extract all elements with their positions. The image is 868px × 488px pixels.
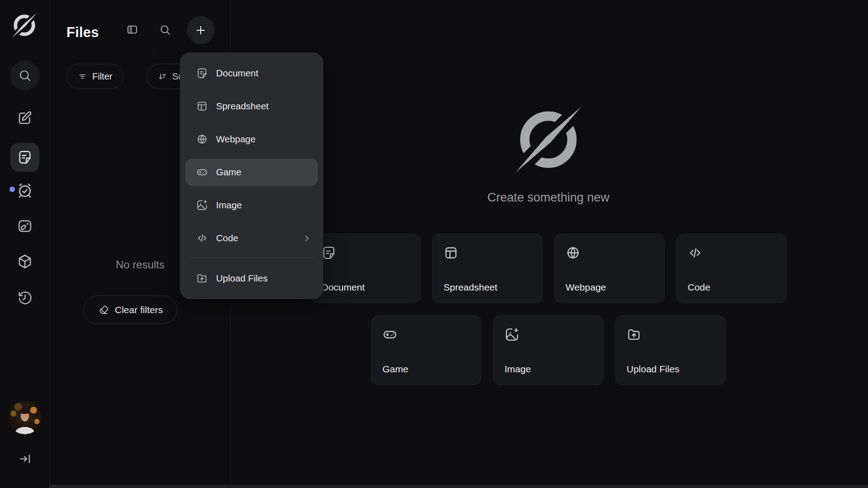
card-label: Spreadsheet <box>443 282 531 293</box>
card-label: Code <box>688 282 775 293</box>
panel-icon <box>126 23 138 36</box>
sort-descending-icon <box>158 72 167 81</box>
card-label: Upload Files <box>627 364 714 375</box>
image-plus-icon <box>505 327 519 342</box>
gamepad-icon <box>196 166 208 178</box>
menu-item-label: Image <box>216 200 242 211</box>
filter-lines-icon <box>78 72 87 81</box>
search-icon <box>159 24 171 36</box>
menu-item-webpage[interactable]: Webpage <box>185 126 318 153</box>
code-icon <box>688 245 703 260</box>
filter-button-label: Filter <box>92 71 112 82</box>
document-icon <box>321 245 336 260</box>
card-label: Game <box>382 364 470 375</box>
menu-item-label: Code <box>216 233 238 244</box>
user-avatar[interactable] <box>8 401 42 434</box>
sidebar-compose-button[interactable] <box>16 109 33 127</box>
create-dropdown-menu: Document Spreadsheet Webpage Game Image … <box>180 52 323 299</box>
create-card-code[interactable]: Code <box>676 234 787 303</box>
clear-filters-button[interactable]: Clear filters <box>83 296 177 324</box>
panel-search-button[interactable] <box>159 24 171 36</box>
create-card-image[interactable]: Image <box>493 315 604 385</box>
sidebar-files-button-active[interactable] <box>10 143 39 172</box>
menu-item-label: Document <box>216 68 258 79</box>
clear-filters-label: Clear filters <box>115 305 163 315</box>
sidebar-search-button[interactable] <box>10 61 40 90</box>
filter-button[interactable]: Filter <box>66 64 123 89</box>
logo-icon <box>513 104 584 175</box>
search-icon <box>18 69 32 82</box>
compose-icon <box>17 110 33 126</box>
menu-item-game[interactable]: Game <box>185 159 318 186</box>
folder-upload-icon <box>196 272 208 284</box>
create-card-spreadsheet[interactable]: Spreadsheet <box>432 234 542 303</box>
sidebar-history-button[interactable] <box>17 290 33 306</box>
menu-item-upload-files[interactable]: Upload Files <box>185 265 318 292</box>
sidebar-apps-button[interactable] <box>16 253 34 271</box>
menu-item-image[interactable]: Image <box>185 192 318 219</box>
history-icon <box>17 290 33 306</box>
page-title: Files <box>66 24 99 41</box>
sidebar-reminders-button[interactable] <box>15 181 34 200</box>
card-label: Image <box>505 364 592 375</box>
create-cards-row-1: Document Spreadsheet Webpage Code <box>231 234 866 303</box>
create-cards-row-2: Game Image Upload Files <box>231 315 866 385</box>
app-logo-icon[interactable] <box>11 12 38 39</box>
menu-item-label: Spreadsheet <box>216 101 269 112</box>
plus-icon <box>194 24 207 37</box>
create-card-document[interactable]: Document <box>310 234 420 303</box>
sidebar-signout-button[interactable] <box>18 451 33 466</box>
globe-icon <box>196 133 208 145</box>
card-label: Webpage <box>566 282 653 293</box>
menu-item-label: Webpage <box>216 134 255 145</box>
folder-upload-icon <box>627 327 642 342</box>
menu-item-label: Game <box>216 167 241 178</box>
bottom-scrollbar-track[interactable] <box>50 485 868 488</box>
create-new-button[interactable] <box>187 16 215 44</box>
document-icon <box>196 67 208 79</box>
create-card-game[interactable]: Game <box>371 315 481 385</box>
spreadsheet-icon <box>196 100 208 112</box>
notification-dot <box>9 187 15 192</box>
eraser-icon <box>98 304 109 315</box>
cube-icon <box>16 253 33 270</box>
globe-icon <box>566 245 580 260</box>
app-window: Files Filter Sort No results Clear filte… <box>0 0 868 488</box>
create-card-upload-files[interactable]: Upload Files <box>615 315 726 385</box>
create-heading: Create something new <box>231 191 866 205</box>
gamepad-icon <box>382 327 397 342</box>
image-plus-icon <box>196 199 208 211</box>
create-area: Create something new Document Spreadshee… <box>231 0 868 488</box>
sidebar-media-button[interactable] <box>16 217 33 235</box>
card-label: Document <box>321 282 409 293</box>
menu-item-spreadsheet[interactable]: Spreadsheet <box>185 93 318 120</box>
spreadsheet-icon <box>443 245 458 260</box>
menu-divider <box>189 258 314 258</box>
menu-item-code[interactable]: Code <box>185 225 318 252</box>
menu-item-label: Upload Files <box>216 273 268 284</box>
alarm-check-icon <box>16 181 34 199</box>
file-icon <box>17 150 33 165</box>
menu-item-document[interactable]: Document <box>185 60 318 87</box>
create-card-webpage[interactable]: Webpage <box>554 234 665 303</box>
toggle-panel-button[interactable] <box>126 23 138 36</box>
chevron-right-icon <box>302 234 311 243</box>
code-icon <box>196 232 208 244</box>
sidebar <box>0 0 50 488</box>
arrow-right-to-line-icon <box>18 452 32 466</box>
media-icon <box>17 218 33 234</box>
